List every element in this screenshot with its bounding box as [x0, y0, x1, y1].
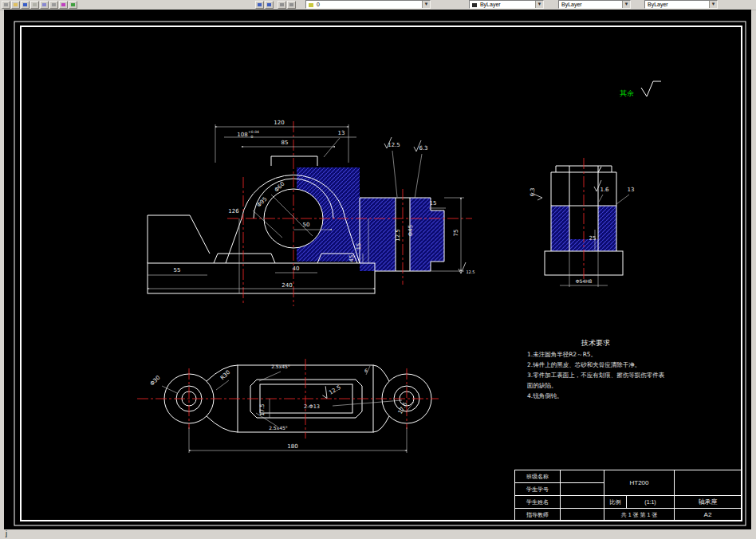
dim-label: 2.5x45°	[269, 425, 288, 431]
titleblock-scale-value: (1:1)	[627, 496, 675, 509]
dim-label: 0	[251, 135, 254, 139]
layer-combo[interactable]: 0 ▼	[305, 0, 431, 9]
titleblock-label-id: 学生学号	[515, 483, 561, 496]
command-text: j	[6, 529, 7, 537]
dim-label: 1.6	[600, 187, 609, 193]
color-combo-value: ByLayer	[480, 2, 501, 7]
titleblock-value-id	[561, 483, 604, 496]
chevron-down-icon[interactable]: ▼	[622, 1, 630, 8]
dim-label: 6	[364, 368, 368, 373]
dim-label: 85	[282, 140, 289, 146]
regen-icon[interactable]	[287, 1, 296, 9]
dim-label: 2.5x45°	[271, 364, 290, 369]
dim-label: +0.04	[248, 130, 259, 134]
title-block: 班级名称 学生学号 学生姓名 指导教师 HT200 比例 (1:1) 轴承座 共…	[514, 470, 742, 521]
open-file-icon[interactable]	[11, 1, 20, 9]
cad-window: { "toolbar": { "layer_value": "0", "colo…	[0, 0, 756, 539]
surface-note: 其余	[620, 89, 634, 97]
dim-label: 17.5	[259, 403, 266, 416]
layer-status-icon	[309, 3, 313, 7]
dim-label: 50	[303, 222, 310, 228]
dim-label: 126	[228, 208, 239, 214]
dim-label: 108	[237, 132, 247, 138]
dim-label: 40	[293, 266, 300, 272]
titleblock-material: HT200	[604, 470, 675, 496]
layer-state-icon[interactable]	[69, 1, 77, 9]
color-combo[interactable]: ByLayer ▼	[469, 0, 544, 9]
tech-requirement-line: 2.铸件上的黑皮、芯砂和夹骨应清除干净。	[527, 361, 640, 368]
tech-requirement-line: 面的缺陷。	[526, 382, 557, 389]
zoom-out-icon[interactable]	[265, 1, 274, 9]
dim-label: 55	[174, 267, 181, 273]
titleblock-empty	[675, 470, 742, 496]
titleblock-sheet-info: 共 1 张 第 1 张	[604, 509, 675, 521]
tech-requirement-line: 4.锐角倒钝。	[527, 392, 563, 399]
titleblock-value-name	[561, 496, 604, 509]
chevron-down-icon[interactable]: ▼	[422, 1, 430, 8]
lineweight-combo[interactable]: ByLayer ▼	[644, 0, 718, 9]
plot-icon[interactable]	[49, 1, 58, 9]
titleblock-label-class: 班级名称	[515, 470, 561, 483]
status-bar: j	[0, 529, 756, 539]
zoom-in-icon[interactable]	[255, 1, 264, 9]
dim-label: 240	[282, 282, 292, 289]
dim-label: 2-Φ13	[304, 403, 320, 410]
tech-requirement-line: 3.零件加工表面上，不应有划痕、擦伤等损伤零件表	[527, 372, 665, 379]
dim-label: Φ45	[408, 225, 414, 236]
color-swatch-icon	[472, 3, 477, 7]
titleblock-value-class	[561, 470, 604, 483]
dim-label: 12.5	[395, 229, 401, 242]
titleblock-scale-label: 比例	[604, 496, 627, 509]
tech-requirement-line: 1.未注圆角半径R2～R5。	[527, 351, 597, 358]
dim-label: 180	[287, 443, 297, 450]
titleblock-paper-size: A2	[675, 509, 742, 521]
dim-label: 12.5	[466, 270, 474, 274]
dim-label: 75	[453, 230, 459, 237]
preview-icon[interactable]	[40, 1, 49, 9]
dim-label: Φ54H8	[576, 278, 593, 284]
titleblock-value-teacher	[561, 509, 604, 521]
dim-label: 6.3	[530, 187, 536, 196]
dim-label: 120	[274, 120, 284, 126]
layer-combo-value: 0	[317, 2, 320, 7]
dim-label: 13	[628, 187, 635, 193]
dim-label: 6.3	[419, 145, 427, 151]
dim-label: 15	[430, 200, 437, 207]
linetype-combo-value: ByLayer	[561, 2, 582, 7]
titleblock-label-name: 学生姓名	[515, 496, 561, 509]
chevron-down-icon[interactable]: ▼	[535, 1, 543, 8]
dim-label: 45	[348, 255, 355, 262]
chevron-down-icon[interactable]: ▼	[709, 1, 717, 8]
titleblock-part-name: 轴承座	[675, 496, 742, 509]
drawing-canvas-area[interactable]: 其余 技术要求 1.未注圆角半径R2～R5。2.铸件上的黑皮、芯砂和夹骨应清除干…	[0, 10, 756, 529]
dim-label: 25	[589, 235, 597, 242]
pan-icon[interactable]	[278, 1, 286, 9]
layer-props-icon[interactable]	[59, 1, 68, 9]
new-file-icon[interactable]	[2, 1, 10, 9]
titleblock-label-teacher: 指导教师	[515, 509, 561, 521]
dim-label: 12.5	[388, 142, 400, 148]
dim-label: 15	[356, 243, 362, 250]
linetype-combo[interactable]: ByLayer ▼	[558, 0, 631, 9]
lineweight-combo-value: ByLayer	[648, 2, 668, 7]
save-icon[interactable]	[21, 1, 30, 9]
print-icon[interactable]	[30, 1, 39, 9]
dim-label: 13	[338, 130, 345, 136]
tech-requirements-title: 技术要求	[581, 339, 610, 347]
drawing-svg[interactable]: 其余 技术要求 1.未注圆角半径R2～R5。2.铸件上的黑皮、芯砂和夹骨应清除干…	[0, 10, 756, 529]
